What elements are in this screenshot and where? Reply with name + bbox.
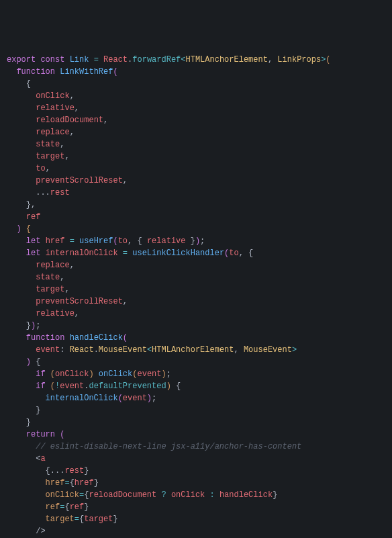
code-token: , [123,176,128,185]
code-line: internalOnClick(event); [7,392,385,404]
code-token: internalOnClick [46,249,118,258]
code-token: , [31,200,36,210]
code-line: state, [7,271,385,283]
code-token: > [292,345,297,355]
code-token: useLinkClickHandler [132,249,224,258]
code-token: target [84,514,113,524]
code-token: = [64,478,69,488]
code-token: handleClick [219,490,273,500]
code-token: , [60,140,64,149]
code-line: to, [7,163,385,175]
code-token: to [229,249,238,258]
code-token [7,333,26,343]
code-token: , [123,297,128,306]
code-token [7,418,26,427]
code-token: reloadDocument [89,490,156,500]
code-token: { [64,502,69,512]
code-token: export [7,55,36,64]
code-token: href [75,478,94,488]
code-line: return ( [7,429,385,441]
code-token: internalOnClick [46,394,118,403]
code-token [7,79,26,89]
code-token: ( [326,55,330,64]
code-line: ) { [7,356,385,368]
code-token: let [26,249,41,258]
code-token: ( [113,236,117,246]
code-line: export const Link = React.forwardRef<HTM… [7,54,385,66]
code-token [7,116,36,125]
code-token: reloadDocument [36,116,103,125]
code-token [7,490,46,500]
code-token: target [46,514,75,524]
code-line: ...rest [7,187,385,199]
code-token: replace [36,128,69,137]
code-token: relative [36,103,75,113]
code-token: event [123,394,147,403]
code-token: } [36,406,40,415]
code-token: defaultPrevented [89,382,166,391]
code-token: onClick [55,369,89,379]
code-line: target, [7,150,385,163]
code-token: } [273,490,277,500]
code-line: function LinkWithRef( [7,66,385,78]
code-line: function handleClick( [7,332,385,344]
code-token: href [46,478,65,488]
code-token: { [176,382,181,391]
code-token: to [118,236,128,246]
code-token [7,212,26,222]
code-token [89,55,93,64]
code-token: = [94,55,99,64]
code-token: { [36,357,40,367]
code-token: ... [50,466,65,476]
code-token [7,188,36,197]
code-token [7,261,36,270]
code-token: } [84,466,89,476]
code-token [7,394,46,403]
code-token: { [248,249,253,258]
code-token: , [103,116,108,125]
code-token: replace [36,261,69,270]
code-line: href={href} [7,477,385,489]
code-token: function [16,67,55,77]
code-token: ) [162,369,166,379]
code-token: event [36,345,60,355]
code-token: if [36,382,45,391]
code-line: let href = useHref(to, { relative }); [7,235,385,247]
code-token [7,369,36,379]
code-line: onClick, [7,90,385,102]
code-token [94,369,99,379]
code-line: if (onClick) onClick(event); [7,368,385,380]
code-token: } [84,502,89,512]
code-token [7,128,36,137]
code-token: = [123,249,128,258]
code-token: target [36,152,64,161]
code-token: , [239,249,244,258]
code-token: Link [70,55,89,64]
code-token [7,382,36,391]
code-token: relative [36,309,75,318]
code-token: useHref [79,236,113,246]
code-token: relative [147,236,186,246]
code-token [7,345,36,355]
code-token [186,236,191,246]
code-token: = [75,514,79,524]
code-token: , [46,164,50,173]
code-token: , [75,103,79,113]
code-token: forwardRef [132,55,181,64]
code-token [7,357,26,367]
code-token: onClick [99,369,132,379]
code-token [21,224,26,234]
code-token: ; [200,236,205,246]
code-token [40,236,45,246]
code-token: MouseEvent [244,345,292,355]
code-token: return [26,430,55,439]
code-token: , [75,309,79,318]
code-token [7,514,46,524]
code-token: { [26,79,31,89]
code-line: replace, [7,126,385,138]
code-line: replace, [7,259,385,271]
code-token [7,140,36,149]
code-token [205,490,209,500]
code-token [171,382,176,391]
code-token [64,345,69,355]
